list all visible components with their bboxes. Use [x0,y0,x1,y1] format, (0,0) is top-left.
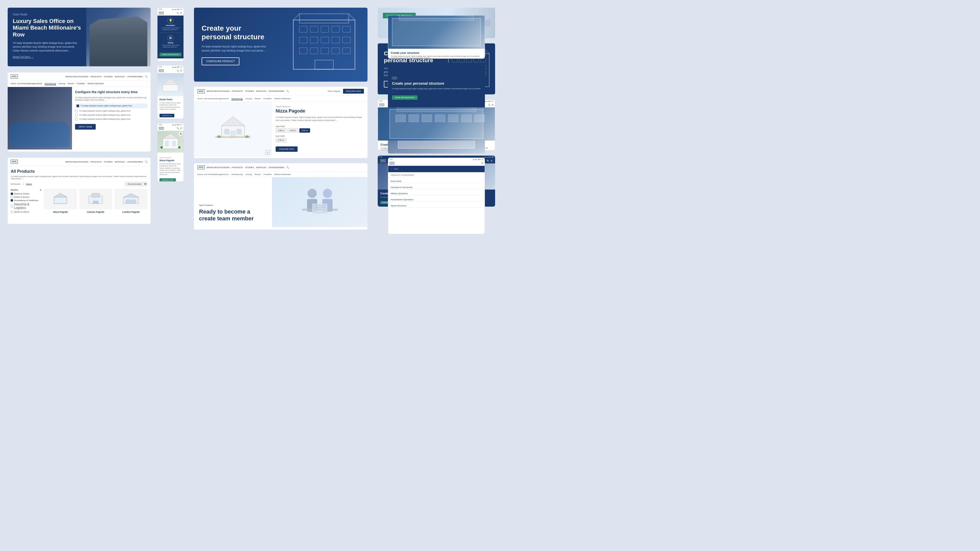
category-close-icon[interactable]: ✕ [481,162,483,165]
pagode-nav-2[interactable]: PRODUKTE [232,90,243,92]
checkbox-1[interactable] [76,105,79,107]
filter-events[interactable]: Events & Culture [11,192,41,195]
filter-checkbox-events[interactable] [11,192,13,195]
mobile-nav-icons-2[interactable]: 🔍 ☰ [177,70,182,72]
product-london[interactable]: London Pagode [115,189,148,221]
pagode-anforderung-tab[interactable]: Anforderung [231,97,243,100]
option-1[interactable]: I'm baby bespoke bicycle rights bodega b… [75,103,148,108]
option-2[interactable]: I'm baby bespoke bicycle rights bodega b… [75,110,148,112]
pagode-weitere-tab[interactable]: Weitere Methoden [274,97,291,100]
pagode-search-icon[interactable]: 🔍 [286,90,289,92]
category-item-2[interactable]: Industrial & Commercial [391,186,482,189]
more-info-button-1[interactable]: MORE INFORMATIONS [159,53,181,56]
filter-hotels[interactable]: Hotels & Venues [11,196,41,198]
pagode-nav-1[interactable]: BRANCHENLÖSUNGEN [207,90,230,92]
contact-button-mobile[interactable]: CONTACT US [159,114,174,118]
span-4m[interactable]: 4.00 m [287,128,298,133]
anforderung-tab[interactable]: Anforderung [45,83,56,85]
search-icon[interactable]: 🔍 [145,76,148,78]
filter-checkbox-humanitarian[interactable] [11,199,13,202]
mobile-search-icon-3[interactable]: 🔍 [177,127,179,130]
expand-icon-mobile[interactable]: ⊞ [179,132,183,135]
mobile-nav-icons-1[interactable]: 🔍 ☰ [177,12,182,14]
nutzen-tab[interactable]: Nutzen [68,83,74,85]
mobile-menu-icon-3[interactable]: ☰ [180,127,182,130]
nav-produkte[interactable]: PRODUKTE [90,76,102,78]
nav-branchenlosungen[interactable]: BRANCHENLÖSUNGEN [65,76,88,78]
right-blue-icons[interactable]: 🔍 ☰ [487,160,493,162]
nav-unternehmen[interactable]: UNTERNEHMEN [127,76,143,78]
bottom-anforderung[interactable]: Anforderung [231,173,243,176]
join-nav-2[interactable]: PRODUKTE [232,166,243,168]
pnav-2[interactable]: PRODUKTE [90,161,102,163]
filter-checkbox-industrial[interactable] [11,205,13,207]
join-search-icon[interactable]: 🔍 [286,166,289,168]
right-mobile-icons-1[interactable]: 🔍 ☰ [488,104,493,106]
span-5m[interactable]: 5.00 m [299,128,310,133]
option-3[interactable]: I'm baby bespoke bicycle rights bodega b… [75,114,148,116]
mobile-search-icon-1[interactable]: 🔍 [177,12,179,14]
pnav-4[interactable]: SERVICES [115,161,125,163]
pagode-enquire-button[interactable]: ENQUIRE NOW [275,146,298,152]
pagode-nav-5[interactable]: UNTERNEHMEN [269,90,284,92]
checkbox-4[interactable] [75,118,78,121]
checkbox-3[interactable] [75,114,78,116]
delete-link[interactable]: Delete [26,183,32,185]
back-arrow-icon[interactable]: ← [391,168,393,170]
pnav-3[interactable]: STORIES [103,161,113,163]
pagode-nav-4[interactable]: SERVICES [256,90,266,92]
pagode-nutzen-tab[interactable]: Nutzen [255,97,261,100]
nav-stories[interactable]: STORIES [103,76,113,78]
join-nav-1[interactable]: BRANCHENLÖSUNGEN [207,166,230,168]
right-mobile-search-1[interactable]: 🔍 [488,104,490,106]
span-3m[interactable]: 3.00 m [275,128,286,133]
filter-sports[interactable]: Sports & Leisure [11,211,41,213]
join-nav-5[interactable]: UNTERNEHMEN [269,166,284,168]
hero-configure-button[interactable]: CONFIGURE PRODUCT [202,57,239,65]
bottom-nutzen[interactable]: Nutzen [255,173,261,176]
pagode-produkte-tab[interactable]: Produkte [263,97,272,100]
bottom-weitere[interactable]: Weitere Methoden [274,173,291,176]
bottom-losung[interactable]: Lösung [245,173,252,176]
category-item-5[interactable]: Sports Structures [391,204,482,208]
recommended-select[interactable]: Recommended [125,182,148,186]
expand-icon[interactable]: ⤢ [266,150,270,155]
case-study-link[interactable]: Read Full Story → [13,56,81,59]
mobile-menu-icon-2[interactable]: ☰ [180,70,182,72]
nav-services[interactable]: SERVICES [115,76,125,78]
category-item-4[interactable]: Humanitarian Operations [391,198,482,202]
right-blue-search[interactable]: 🔍 [487,160,490,162]
join-nav-4[interactable]: SERVICES [256,166,266,168]
filter-checkbox-sports[interactable] [11,211,13,213]
right-mobile-menu-1[interactable]: ☰ [492,104,493,106]
pagode-enquire-header-btn[interactable]: ENQUIRE NOW [343,89,364,94]
filter-checkbox-hotels[interactable] [11,196,13,198]
collapse-icon[interactable]: ∧ [40,189,41,191]
filter-humanitarian[interactable]: Humanitarian & Healthcare [11,199,41,202]
pnav-1[interactable]: BRANCHENLÖSUNGEN [65,161,88,163]
mobile-menu-icon-1[interactable]: ☰ [180,12,182,14]
losung-tab[interactable]: Lösung [59,83,65,85]
produkte-tab[interactable]: Produkte [76,83,85,85]
filter-industrial[interactable]: Industrial & Logistics [11,203,41,210]
join-nav-3[interactable]: STORIES [245,166,254,168]
pagode-nav-3[interactable]: STORIES [245,90,254,92]
pagode-losung-tab[interactable]: Lösung [245,97,252,100]
checkbox-2[interactable] [75,110,78,112]
option-4[interactable]: I'm baby bespoke bicycle rights bodega b… [75,118,148,121]
products-search-icon[interactable]: 🔍 [145,161,148,163]
category-item-1[interactable]: Event Tents [391,179,482,183]
eave-2-5m[interactable]: 2.50 m [275,138,286,142]
mobile-search-icon-2[interactable]: 🔍 [177,70,179,72]
weitere-methoden-tab[interactable]: Weitere Methoden [87,83,104,85]
product-nizza[interactable]: Nizza Pagode [44,189,77,221]
mobile-nav-icons-3[interactable]: 🔍 ☰ [177,127,182,130]
product-cannes[interactable]: Cannes Pagode [79,189,112,221]
mobile-enquire-button[interactable]: ENQUIRE NOW [159,178,176,182]
bottom-produkte[interactable]: Produkte [263,173,272,176]
category-item-3[interactable]: Military Operations [391,192,482,195]
apply-button[interactable]: APPLY NOW [75,124,96,130]
right-blue-menu[interactable]: ☰ [490,160,493,162]
far-right-create-btn[interactable]: MORE INFORMATIONS [392,95,417,100]
pnav-5[interactable]: UNTERNEHMEN [127,161,143,163]
